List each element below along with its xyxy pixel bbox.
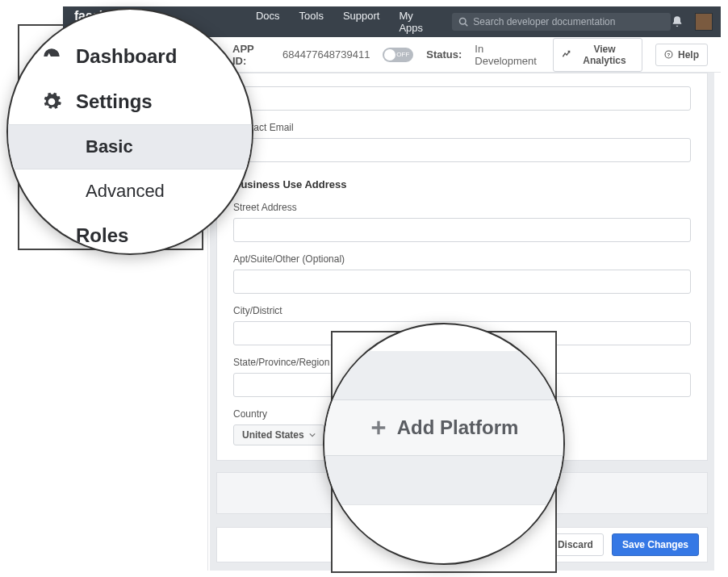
svg-point-0 [460, 19, 467, 25]
input-unnamed-top[interactable] [233, 86, 691, 111]
field-unnamed-top [233, 86, 691, 111]
sidebar-item-settings[interactable]: Settings [8, 79, 252, 124]
street-input[interactable] [233, 218, 691, 242]
add-platform-zoom[interactable]: Add Platform [324, 399, 563, 456]
nav-docs[interactable]: Docs [256, 10, 280, 34]
svg-text:?: ? [667, 52, 671, 57]
field-contact-email: Contact Email [233, 122, 691, 162]
chart-icon [562, 50, 571, 59]
country-value: United States [242, 429, 304, 441]
sidebar-magnifier: Dashboard Settings Basic Advanced Roles [6, 8, 253, 255]
gauge-icon [40, 45, 63, 68]
sidebar-advanced-label: Advanced [86, 181, 165, 201]
help-label: Help [678, 49, 699, 61]
apt-label: Apt/Suite/Other (Optional) [233, 253, 691, 265]
nav-right [671, 13, 713, 31]
nav-support[interactable]: Support [343, 10, 380, 34]
street-label: Street Address [233, 202, 691, 213]
nav-tools[interactable]: Tools [299, 10, 324, 34]
help-button[interactable]: ? Help [655, 44, 708, 66]
contact-email-label: Contact Email [233, 122, 691, 133]
search-input[interactable] [473, 16, 664, 27]
search-box[interactable] [452, 13, 671, 31]
sidebar-roles-label: Roles [76, 224, 128, 247]
sidebar-sub-advanced[interactable]: Advanced [8, 169, 252, 213]
plus-icon [370, 419, 387, 437]
status-toggle[interactable]: OFF [383, 48, 413, 62]
caret-down-icon [309, 432, 316, 438]
status-value: In Development [475, 43, 540, 67]
nav-myapps[interactable]: My Apps [399, 10, 433, 34]
view-analytics-label: View Analytics [575, 44, 634, 66]
appid-value: 684477648739411 [282, 48, 370, 61]
contact-email-input[interactable] [233, 138, 691, 162]
sidebar-basic-label: Basic [86, 136, 133, 157]
gear-icon [40, 90, 63, 113]
avatar[interactable] [695, 13, 713, 31]
country-select[interactable]: United States [233, 424, 324, 445]
sidebar-settings-label: Settings [76, 90, 153, 113]
sidebar-dashboard-label: Dashboard [76, 45, 177, 68]
toggle-text: OFF [396, 51, 409, 58]
appid-label: APP ID: [232, 43, 266, 67]
lens2-above [324, 351, 563, 399]
field-street: Street Address [233, 202, 691, 242]
svg-line-1 [466, 23, 468, 26]
search-icon [458, 17, 468, 27]
business-address-title: Business Use Address [233, 178, 691, 190]
lens2-below [324, 456, 563, 504]
add-platform-magnifier: Add Platform [323, 323, 565, 565]
nav-links: Docs Tools Support My Apps [256, 10, 433, 34]
bell-icon[interactable] [671, 15, 684, 28]
view-analytics-button[interactable]: View Analytics [553, 38, 642, 72]
save-button[interactable]: Save Changes [612, 533, 699, 556]
question-icon: ? [664, 50, 673, 59]
status-label: Status: [426, 48, 462, 61]
city-label: City/District [233, 305, 691, 316]
field-apt: Apt/Suite/Other (Optional) [233, 253, 691, 294]
add-platform-zoom-label: Add Platform [397, 416, 519, 439]
apt-input[interactable] [233, 270, 691, 294]
sidebar-sub-basic[interactable]: Basic [8, 124, 252, 169]
